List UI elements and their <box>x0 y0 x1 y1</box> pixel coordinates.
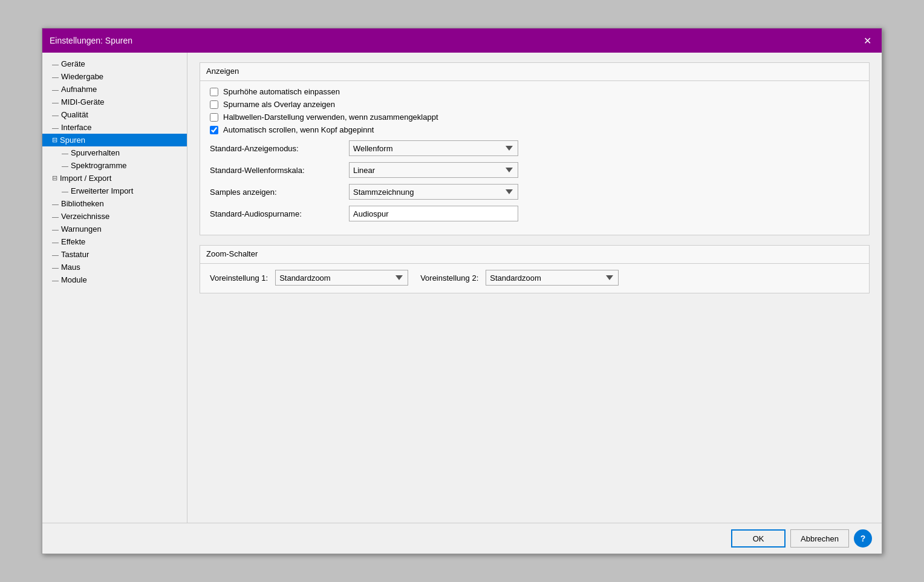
sidebar-item-verzeichnisse[interactable]: — Verzeichnisse <box>42 210 187 223</box>
tree-prefix-warnungen: — <box>52 226 59 233</box>
sidebar-item-interface[interactable]: — Interface <box>42 121 187 134</box>
dialog-footer: OK Abbrechen ? <box>42 523 882 554</box>
tree-prefix-erweiterter-import: — <box>62 188 68 195</box>
sidebar-item-spuren[interactable]: ⊟ Spuren <box>42 134 187 146</box>
sidebar-label-module: Module <box>61 275 87 284</box>
tree-prefix-interface: — <box>52 124 59 131</box>
sidebar-label-effekte: Effekte <box>61 237 85 246</box>
label-audiospurname: Standard-Audiospurname: <box>210 209 349 218</box>
zoom-content: Voreinstellung 1: Standardzoom Hineinzoo… <box>200 266 869 293</box>
cancel-button[interactable]: Abbrechen <box>790 529 849 548</box>
sidebar-item-geraete[interactable]: — Geräte <box>42 57 187 70</box>
tree-prefix-spuren: ⊟ <box>52 136 57 144</box>
tree-prefix-effekte: — <box>52 238 59 246</box>
label-anzeigemodus: Standard-Anzeigemodus: <box>210 144 349 153</box>
dialog-title: Einstellungen: Spuren <box>50 36 132 45</box>
sidebar-label-bibliotheken: Bibliotheken <box>61 199 104 208</box>
checkbox-spurname-input[interactable] <box>210 100 218 109</box>
sidebar-label-spurverhalten: Spurverhalten <box>71 148 120 157</box>
sidebar-item-erweiterter-import[interactable]: — Erweiterter Import <box>42 185 187 197</box>
select-wellenformskala[interactable]: Linear Logarithmisch <box>349 162 518 178</box>
sidebar-item-module[interactable]: — Module <box>42 273 187 286</box>
tree-prefix-verzeichnisse: — <box>52 213 59 220</box>
checkbox-halbwellen-input[interactable] <box>210 113 218 122</box>
tree-prefix-import-export: ⊟ <box>52 174 57 182</box>
sidebar-item-import-export[interactable]: ⊟ Import / Export <box>42 172 187 185</box>
anzeigen-section: Anzeigen Spurhöhe automatisch einpassen … <box>200 62 870 235</box>
sidebar-label-verzeichnisse: Verzeichnisse <box>61 212 109 221</box>
sidebar-item-spurverhalten[interactable]: — Spurverhalten <box>42 146 187 159</box>
input-audiospurname[interactable] <box>349 206 518 221</box>
form-row-anzeigemodus: Standard-Anzeigemodus: Wellenform Spektr… <box>210 140 859 156</box>
form-row-wellenformskala: Standard-Wellenformskala: Linear Logarit… <box>210 162 859 178</box>
tree-prefix-aufnahme: — <box>52 86 59 93</box>
help-button[interactable]: ? <box>854 529 872 548</box>
checkbox-autoscroll-input[interactable] <box>210 126 218 134</box>
tree-prefix-tastatur: — <box>52 251 59 258</box>
sidebar-item-qualitaet[interactable]: — Qualität <box>42 108 187 121</box>
sidebar-label-spektrogramme: Spektrogramme <box>71 161 126 170</box>
select-anzeigemodus[interactable]: Wellenform Spektrogramm <box>349 140 518 156</box>
select-samples[interactable]: Stammzeichnung Punkte Linien <box>349 184 518 200</box>
checkbox-spurhoehe-label: Spurhöhe automatisch einpassen <box>223 87 340 96</box>
checkbox-spurhoehe-input[interactable] <box>210 88 218 96</box>
sidebar-item-bibliotheken[interactable]: — Bibliotheken <box>42 197 187 210</box>
checkbox-halbwellen-label: Halbwellen-Darstellung verwenden, wenn z… <box>223 113 438 122</box>
tree-prefix-maus: — <box>52 264 59 271</box>
sidebar-label-erweiterter-import: Erweiterter Import <box>71 186 133 195</box>
ok-button[interactable]: OK <box>731 529 786 548</box>
sidebar-item-warnungen[interactable]: — Warnungen <box>42 223 187 235</box>
sidebar-label-midi: MIDI-Geräte <box>61 97 105 106</box>
label-preset2: Voreinstellung 2: <box>420 273 478 283</box>
sidebar-item-wiedergabe[interactable]: — Wiedergabe <box>42 70 187 83</box>
zoom-section: Zoom-Schalter Voreinstellung 1: Standard… <box>200 245 870 293</box>
title-bar: Einstellungen: Spuren ✕ <box>42 28 882 53</box>
checkbox-spurname-label: Spurname als Overlay anzeigen <box>223 100 335 109</box>
form-row-audiospurname: Standard-Audiospurname: <box>210 206 859 221</box>
select-preset2[interactable]: Standardzoom Hineinzoomen Herauszoomen <box>486 270 619 286</box>
sidebar-item-midi[interactable]: — MIDI-Geräte <box>42 96 187 108</box>
close-button[interactable]: ✕ <box>860 33 874 48</box>
zoom-title: Zoom-Schalter <box>200 246 869 261</box>
tree-prefix-spektrogramme: — <box>62 162 68 169</box>
content-area: Anzeigen Spurhöhe automatisch einpassen … <box>187 53 882 523</box>
sidebar-label-interface: Interface <box>61 123 92 132</box>
sidebar-label-aufnahme: Aufnahme <box>61 85 97 94</box>
tree-prefix-qualitaet: — <box>52 111 59 119</box>
settings-dialog: Einstellungen: Spuren ✕ — Geräte— Wieder… <box>42 28 882 554</box>
anzeigen-content: Spurhöhe automatisch einpassen Spurname … <box>200 83 869 235</box>
zoom-row: Voreinstellung 1: Standardzoom Hineinzoo… <box>210 270 859 286</box>
sidebar-label-import-export: Import / Export <box>60 174 111 183</box>
sidebar-label-qualitaet: Qualität <box>61 110 88 119</box>
checkbox-spurhoehe: Spurhöhe automatisch einpassen <box>210 87 859 96</box>
sidebar-label-wiedergabe: Wiedergabe <box>61 72 103 81</box>
sidebar-item-effekte[interactable]: — Effekte <box>42 235 187 248</box>
checkbox-halbwellen: Halbwellen-Darstellung verwenden, wenn z… <box>210 113 859 122</box>
sidebar-item-aufnahme[interactable]: — Aufnahme <box>42 83 187 96</box>
label-preset1: Voreinstellung 1: <box>210 273 268 283</box>
anzeigen-title: Anzeigen <box>200 63 869 78</box>
checkbox-spurname: Spurname als Overlay anzeigen <box>210 100 859 109</box>
checkbox-autoscroll-label: Automatisch scrollen, wenn Kopf abgepinn… <box>223 125 374 134</box>
sidebar-item-tastatur[interactable]: — Tastatur <box>42 248 187 261</box>
tree-prefix-spurverhalten: — <box>62 149 68 157</box>
sidebar-label-geraete: Geräte <box>61 59 85 68</box>
sidebar: — Geräte— Wiedergabe— Aufnahme— MIDI-Ger… <box>42 53 187 523</box>
tree-prefix-midi: — <box>52 99 59 106</box>
tree-prefix-geraete: — <box>52 60 59 68</box>
label-samples: Samples anzeigen: <box>210 188 349 197</box>
sidebar-item-maus[interactable]: — Maus <box>42 261 187 273</box>
tree-prefix-wiedergabe: — <box>52 73 59 80</box>
label-wellenformskala: Standard-Wellenformskala: <box>210 166 349 175</box>
sidebar-label-spuren: Spuren <box>60 136 85 145</box>
tree-prefix-module: — <box>52 276 59 284</box>
tree-prefix-bibliotheken: — <box>52 200 59 208</box>
form-row-samples: Samples anzeigen: Stammzeichnung Punkte … <box>210 184 859 200</box>
sidebar-label-tastatur: Tastatur <box>61 250 89 259</box>
sidebar-label-warnungen: Warnungen <box>61 224 102 234</box>
sidebar-label-maus: Maus <box>61 263 80 272</box>
sidebar-item-spektrogramme[interactable]: — Spektrogramme <box>42 159 187 172</box>
dialog-body: — Geräte— Wiedergabe— Aufnahme— MIDI-Ger… <box>42 53 882 523</box>
checkbox-autoscroll: Automatisch scrollen, wenn Kopf abgepinn… <box>210 125 859 134</box>
select-preset1[interactable]: Standardzoom Hineinzoomen Herauszoomen <box>275 270 408 286</box>
